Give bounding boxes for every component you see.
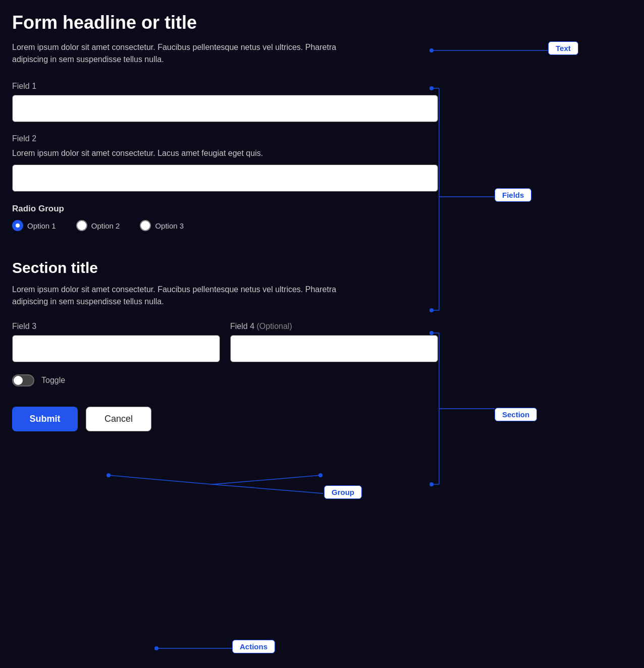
svg-point-15: [318, 473, 323, 477]
svg-point-14: [106, 473, 111, 477]
fields-annotation-badge: Fields: [495, 188, 531, 202]
radio-circle-3: [140, 220, 151, 231]
radio-label-2: Option 2: [91, 221, 120, 230]
field2-input[interactable]: [12, 164, 438, 192]
svg-point-19: [154, 646, 158, 650]
field2-label: Field 2: [12, 134, 438, 143]
radio-label-3: Option 3: [155, 221, 184, 230]
field4-group: Field 4 (Optional): [230, 322, 438, 362]
radio-option-3[interactable]: Option 3: [140, 220, 184, 231]
field2-description: Lorem ipsum dolor sit amet consectetur. …: [12, 147, 340, 159]
field4-optional: (Optional): [256, 322, 292, 330]
field1-group: Field 1: [12, 82, 438, 122]
section-annotation-badge: Section: [495, 408, 537, 421]
field3-group: Field 3: [12, 322, 220, 362]
field3-input[interactable]: [12, 335, 220, 362]
text-annotation-badge: Text: [548, 41, 578, 55]
svg-point-9: [430, 482, 434, 486]
radio-option-1[interactable]: Option 1: [12, 220, 56, 231]
field1-input[interactable]: [12, 95, 438, 122]
radio-label-1: Option 1: [27, 221, 56, 230]
radio-options: Option 1 Option 2 Option 3: [12, 220, 438, 231]
svg-line-18: [212, 484, 323, 493]
actions-annotation-badge: Actions: [232, 640, 275, 653]
group-annotation-badge: Group: [324, 485, 362, 499]
field4-label: Field 4 (Optional): [230, 322, 438, 331]
svg-line-17: [212, 475, 320, 484]
cancel-button[interactable]: Cancel: [86, 407, 151, 431]
field4-input[interactable]: [230, 335, 438, 362]
submit-button[interactable]: Submit: [12, 407, 78, 431]
radio-group-label: Radio Group: [12, 204, 438, 214]
toggle-row: Toggle: [12, 374, 438, 386]
fields-row: Field 3 Field 4 (Optional): [12, 322, 438, 362]
field3-label: Field 3: [12, 322, 220, 331]
section-title: Section title: [12, 259, 438, 276]
toggle-label: Toggle: [41, 376, 65, 385]
field1-label: Field 1: [12, 82, 438, 91]
actions-row: Submit Cancel: [12, 407, 438, 431]
toggle-switch[interactable]: [12, 374, 34, 386]
form-description: Lorem ipsum dolor sit amet consectetur. …: [12, 41, 340, 66]
form-headline: Form headline or title: [12, 12, 438, 33]
toggle-knob: [14, 376, 23, 385]
radio-option-2[interactable]: Option 2: [76, 220, 120, 231]
radio-group: Radio Group Option 1 Option 2 Option 3: [12, 204, 438, 231]
radio-circle-1: [12, 220, 23, 231]
svg-line-16: [109, 475, 212, 484]
section-description: Lorem ipsum dolor sit amet consectetur. …: [12, 284, 340, 308]
field2-group: Field 2 Lorem ipsum dolor sit amet conse…: [12, 134, 438, 192]
radio-circle-2: [76, 220, 87, 231]
